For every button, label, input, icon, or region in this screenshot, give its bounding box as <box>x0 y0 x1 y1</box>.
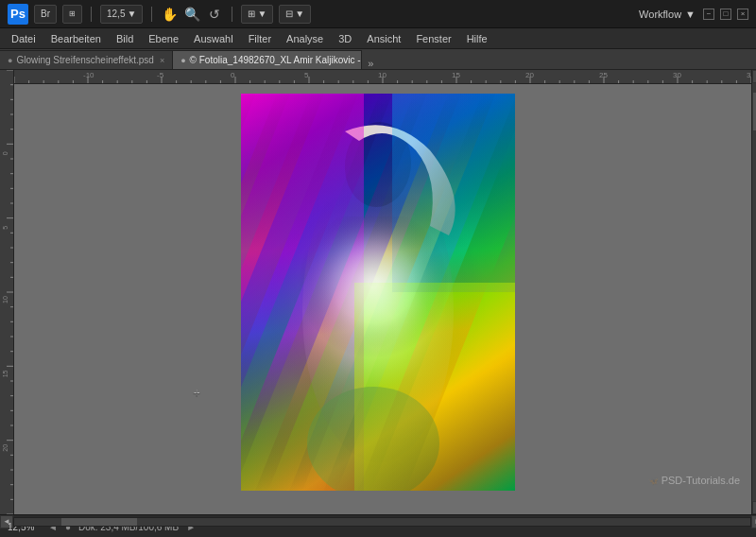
menu-ansicht[interactable]: Ansicht <box>359 31 408 46</box>
ruler-and-canvas: + 🦋 PSD-Tutorials.de ▲ ▼ <box>0 70 756 514</box>
menu-bar: Datei Bearbeiten Bild Ebene Auswahl Filt… <box>0 28 756 49</box>
workflow-button[interactable]: Workflow ▼ <box>639 9 696 20</box>
restore-button[interactable]: □ <box>720 9 731 20</box>
tab-foto-label: © Fotolia_14982670_XL Amir Kaljikovic - … <box>190 55 363 65</box>
sep1 <box>91 7 92 22</box>
canvas-scroll-area: + 🦋 PSD-Tutorials.de ▲ ▼ ◄ <box>0 70 756 516</box>
rotate-tool[interactable]: ↺ <box>206 6 223 23</box>
image-container <box>241 94 515 491</box>
vertical-scrollbar[interactable]: ▲ ▼ <box>751 70 756 514</box>
arrange-btn[interactable]: ⊟ ▼ <box>279 5 311 24</box>
close-button[interactable]: × <box>737 9 748 20</box>
menu-ebene[interactable]: Ebene <box>141 31 186 46</box>
zoom-display[interactable]: 12,5 ▼ <box>100 5 143 24</box>
menu-analyse[interactable]: Analyse <box>279 31 331 46</box>
menu-hilfe[interactable]: Hilfe <box>459 31 495 46</box>
zoom-tool[interactable]: 🔍 <box>183 6 200 23</box>
watermark: 🦋 PSD-Tutorials.de <box>648 475 740 486</box>
menu-fenster[interactable]: Fenster <box>408 31 458 46</box>
menu-bearbeiten[interactable]: Bearbeiten <box>43 31 109 46</box>
view-btn[interactable]: ⊞ ▼ <box>241 5 273 24</box>
sep2 <box>151 7 152 22</box>
vscroll-up[interactable]: ▲ <box>752 70 756 83</box>
tab-bar: ● Glowing Streifenscheineffekt.psd × ● ©… <box>0 49 756 70</box>
menu-3d[interactable]: 3D <box>331 31 359 46</box>
menu-datei[interactable]: Datei <box>4 31 43 46</box>
tab-foto[interactable]: ● © Fotolia_14982670_XL Amir Kaljikovic … <box>173 50 362 69</box>
minimize-button[interactable]: − <box>703 9 714 20</box>
tab-psd-close[interactable]: × <box>160 56 164 65</box>
menu-auswahl[interactable]: Auswahl <box>186 31 241 46</box>
ruler-horizontal-canvas <box>14 70 751 84</box>
tab-psd-label: Glowing Streifenscheineffekt.psd <box>16 55 153 65</box>
vscroll-track[interactable] <box>752 83 756 501</box>
tab-overflow[interactable]: » <box>362 58 379 69</box>
menu-bild[interactable]: Bild <box>109 31 141 46</box>
titlebar-left: Ps Br ⊞ 12,5 ▼ ✋ 🔍 ↺ ⊞ ▼ ⊟ ▼ <box>8 4 311 25</box>
canvas-area[interactable]: + 🦋 PSD-Tutorials.de <box>14 84 751 514</box>
ruler-vertical <box>0 70 14 514</box>
hand-tool[interactable]: ✋ <box>161 6 178 23</box>
menu-filter[interactable]: Filter <box>241 31 279 46</box>
minibr-btn[interactable]: ⊞ <box>62 5 82 24</box>
hscroll-right[interactable]: ► <box>751 515 756 528</box>
vscroll-down[interactable]: ▼ <box>752 501 756 514</box>
hscroll-bar[interactable]: ◄ ► <box>0 514 756 528</box>
window-controls: − □ × <box>703 9 748 20</box>
workspace: + 🦋 PSD-Tutorials.de ▲ ▼ ◄ <box>0 70 756 516</box>
image-canvas <box>241 94 515 491</box>
hscroll-thumb[interactable] <box>61 518 137 526</box>
titlebar-right: Workflow ▼ − □ × <box>639 9 748 20</box>
ruler-vertical-canvas <box>0 70 14 514</box>
tab-psd[interactable]: ● Glowing Streifenscheineffekt.psd × <box>0 50 173 69</box>
hscroll-track[interactable] <box>13 517 751 527</box>
bridge-btn[interactable]: Br <box>34 5 57 24</box>
title-bar: Ps Br ⊞ 12,5 ▼ ✋ 🔍 ↺ ⊞ ▼ ⊟ ▼ Workflow ▼ <box>0 0 756 28</box>
main-area: + 🦋 PSD-Tutorials.de <box>14 70 751 514</box>
cursor-cross: + <box>194 387 205 398</box>
photoshop-icon: Ps <box>8 4 28 25</box>
ruler-horizontal <box>14 70 751 84</box>
sep3 <box>232 7 232 22</box>
